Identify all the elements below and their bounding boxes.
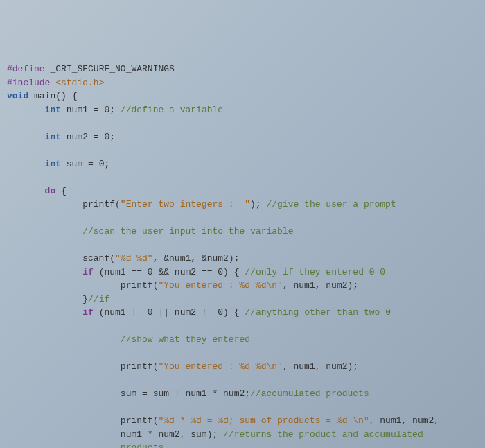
code-line: #include <stdio.h>: [7, 76, 478, 90]
code-line: [7, 117, 478, 130]
code-line: //scan the user input into the variable: [7, 225, 478, 239]
code-line: printf("You entered : %d %d\n", num1, nu…: [7, 279, 478, 293]
code-line: printf("You entered : %d %d\n", num1, nu…: [7, 360, 478, 374]
code-line: [7, 347, 478, 361]
code-line: printf("%d * %d = %d; sum of products = …: [7, 414, 478, 428]
code-line: int num2 = 0;: [7, 130, 478, 144]
code-line: [7, 239, 478, 252]
code-line: [7, 374, 478, 388]
code-line: if (num1 != 0 || num2 != 0) { //anything…: [7, 306, 478, 320]
code-line: sum = sum + num1 * num2;//accumulated pr…: [7, 387, 478, 401]
code-line: products: [7, 441, 478, 448]
code-block: #define _CRT_SECURE_NO_WARNINGS#include …: [7, 62, 478, 448]
code-line: #define _CRT_SECURE_NO_WARNINGS: [7, 62, 478, 76]
code-line: int num1 = 0; //define a variable: [7, 103, 478, 117]
code-line: [7, 320, 478, 334]
code-line: [7, 171, 478, 184]
code-line: [7, 401, 478, 415]
code-line: //show what they entered: [7, 333, 478, 347]
code-line: do {: [7, 184, 478, 198]
code-line: int sum = 0;: [7, 157, 478, 171]
code-line: scanf("%d %d", &num1, &num2);: [7, 252, 478, 266]
code-line: num1 * num2, sum); //returns the product…: [7, 428, 478, 442]
code-line: }//if: [7, 293, 478, 307]
code-line: [7, 144, 478, 157]
code-line: [7, 212, 478, 225]
code-line: void main() {: [7, 89, 478, 103]
code-line: printf("Enter two integers : "); //give …: [7, 198, 478, 212]
code-line: if (num1 == 0 && num2 == 0) { //only if …: [7, 266, 478, 279]
